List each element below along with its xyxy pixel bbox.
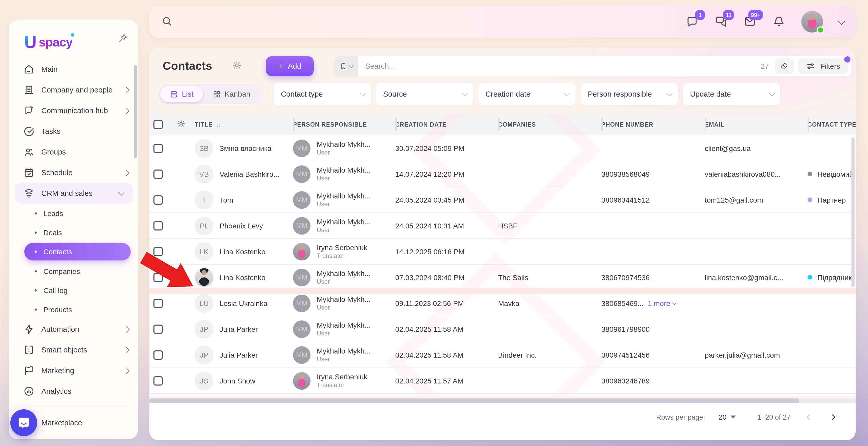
column-title[interactable]: TITLE↓↓ [195, 114, 293, 136]
filter-chip-contact-type[interactable]: Contact type [274, 83, 371, 106]
chevron-right-icon [123, 347, 129, 353]
row-checkbox[interactable] [153, 221, 163, 230]
cell-title: JPJulia Parker [195, 342, 293, 367]
sidebar-item-label: Leads [43, 209, 63, 217]
cell-email[interactable] [705, 368, 808, 393]
uspacy-logo[interactable]: U spacy [24, 32, 72, 50]
table-row[interactable]: Lina KostenkoMMMykhailo Mykh...User07.03… [149, 265, 856, 291]
add-button[interactable]: + Add [266, 56, 313, 76]
column-phone-number[interactable]: PHONE NUMBER [601, 114, 705, 136]
chat-widget-button[interactable] [10, 409, 37, 436]
search-icon[interactable] [161, 16, 173, 28]
user-avatar[interactable] [801, 11, 823, 33]
table-row[interactable]: LULesia UkrainkaMMMykhailo Mykh...User09… [149, 291, 856, 316]
search-input[interactable] [358, 62, 761, 70]
dropdown-triangle-icon [731, 416, 736, 419]
row-checkbox[interactable] [153, 350, 163, 359]
cell-creation-date: 24.05.2024 03:45 PM [395, 187, 498, 212]
responsible-text: Iryna SerbeniukTranslator [317, 243, 367, 260]
row-checkbox[interactable] [153, 247, 163, 256]
rows-per-page-select[interactable]: 20 [718, 413, 736, 421]
sidebar-item-groups[interactable]: Groups [9, 142, 138, 162]
sidebar-item-automation[interactable]: Automation [9, 319, 138, 339]
logo-u-mark: U [24, 35, 37, 50]
sidebar-item-smart-objects[interactable]: Smart objects [9, 339, 138, 360]
sidebar-item-leads[interactable]: Leads [9, 204, 138, 223]
clear-filters-eraser-icon[interactable] [775, 58, 794, 74]
sidebar-item-crm-and-sales[interactable]: CRM and sales [15, 183, 133, 204]
filters-button[interactable]: Filters [798, 58, 848, 74]
select-all-checkbox[interactable] [153, 120, 163, 129]
table-row[interactable]: JPJulia ParkerMMMykhailo Mykh...User02.0… [149, 342, 856, 368]
row-checkbox[interactable] [153, 143, 163, 153]
cell-email[interactable]: lina.kostenko@gmail.c... [705, 265, 808, 290]
row-spacer-cell [172, 265, 195, 290]
sidebar-item-contacts[interactable]: Contacts [24, 243, 131, 261]
cell-email[interactable]: parker.julia@gmail.com [705, 342, 808, 367]
sidebar-item-analytics[interactable]: Analytics [9, 381, 138, 402]
column-person-responsible[interactable]: PERSON RESPONSIBLE [293, 114, 395, 136]
sidebar-item-main[interactable]: Main [9, 59, 138, 80]
cell-email[interactable] [705, 213, 808, 238]
cell-email[interactable]: client@gas.ua [705, 136, 808, 161]
table-row[interactable]: VBValeriia Bashkiro...MMMykhailo Mykh...… [149, 161, 856, 187]
sidebar-item-schedule[interactable]: Schedule [9, 162, 138, 183]
table-row[interactable]: LKLina KostenkoIryna SerbeniukTranslator… [149, 239, 856, 265]
gear-icon[interactable] [231, 60, 243, 72]
saved-filters-bookmark[interactable] [334, 56, 358, 77]
team-chat-icon[interactable]: 11 [715, 15, 728, 28]
previous-page-button[interactable] [802, 410, 815, 424]
responsible-role: User [317, 329, 371, 337]
cell-email[interactable]: tom125@gail.com [705, 187, 808, 212]
notifications-bell-icon[interactable] [772, 15, 786, 28]
cell-email[interactable] [705, 316, 808, 341]
sidebar-scrollbar[interactable] [134, 65, 137, 158]
column-email[interactable]: EMAIL [705, 114, 808, 136]
cell-person-responsible: Iryna SerbeniukTranslator [293, 368, 395, 393]
row-checkbox[interactable] [153, 273, 163, 282]
cell-email[interactable] [705, 291, 808, 316]
view-toggle-kanban[interactable]: Kanban [203, 86, 259, 102]
contacts-table: TITLE↓↓ PERSON RESPONSIBLE CREATION DATE… [149, 114, 856, 396]
column-companies[interactable]: COMPANIES [498, 114, 601, 136]
row-checkbox[interactable] [153, 298, 163, 308]
sidebar-item-call-log[interactable]: Call log [9, 280, 138, 300]
row-spacer-cell [172, 161, 195, 186]
responsible-text: Mykhailo Mykh...User [317, 217, 371, 234]
table-row[interactable]: ЗВЗміна власникаMMMykhailo Mykh...User30… [149, 136, 856, 161]
column-contact-type[interactable]: CONTACT TYPE [808, 114, 856, 136]
column-settings-gear-icon[interactable] [175, 119, 187, 130]
cell-email[interactable] [705, 239, 808, 264]
filter-chip-update-date[interactable]: Update date [683, 83, 780, 106]
filter-chip-person-responsible[interactable]: Person responsible [581, 83, 678, 106]
chat-icon[interactable]: 1 [686, 15, 699, 28]
view-toggle-list[interactable]: List [160, 86, 203, 102]
horizontal-scrollbar-thumb[interactable] [149, 398, 799, 403]
sidebar-item-tasks[interactable]: Tasks [9, 121, 138, 142]
row-checkbox[interactable] [153, 376, 163, 385]
table-row[interactable]: JSJohn SnowIryna SerbeniukTranslator02.0… [149, 368, 856, 394]
filter-chip-source[interactable]: Source [376, 83, 473, 106]
sidebar-item-companies[interactable]: Companies [9, 262, 138, 280]
row-checkbox[interactable] [153, 195, 163, 204]
table-row[interactable]: TTomMMMykhailo Mykh...User24.05.2024 03:… [149, 187, 856, 213]
sidebar-item-communication-hub[interactable]: Communication hub [9, 100, 138, 121]
row-checkbox[interactable] [153, 324, 163, 334]
pin-icon[interactable] [117, 33, 129, 44]
sidebar-item-products[interactable]: Products [9, 300, 138, 319]
filter-chip-creation-date[interactable]: Creation date [478, 83, 575, 106]
table-row[interactable]: PLPhoenix LevyMMMykhailo Mykh...User24.0… [149, 213, 856, 239]
cell-email[interactable]: valeriiabashkirova080... [705, 161, 808, 186]
phone-more-link[interactable]: 1 more [648, 299, 676, 307]
mail-icon[interactable]: 99+ [743, 15, 757, 28]
sidebar-item-company-and-people[interactable]: Company and people [9, 80, 138, 100]
table-row[interactable]: JPJulia ParkerMMMykhailo Mykh...User02.0… [149, 316, 856, 342]
chevron-down-icon[interactable] [837, 17, 845, 25]
table-vertical-scrollbar[interactable] [851, 138, 855, 287]
horizontal-scrollbar-track[interactable] [149, 398, 856, 403]
column-creation-date[interactable]: CREATION DATE [395, 114, 498, 136]
sidebar-item-marketing[interactable]: Marketing [9, 360, 138, 381]
sidebar-item-deals[interactable]: Deals [9, 223, 138, 242]
next-page-button[interactable] [827, 410, 840, 424]
row-checkbox[interactable] [153, 169, 163, 179]
